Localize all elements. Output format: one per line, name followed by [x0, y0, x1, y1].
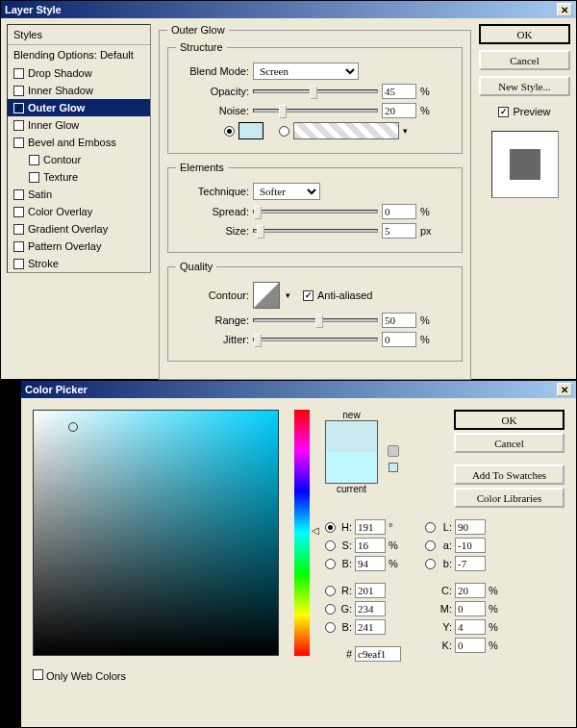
ok-button[interactable]: OK [479, 24, 570, 44]
antialiased-checkbox[interactable] [303, 290, 314, 301]
range-slider[interactable] [253, 318, 378, 322]
checkbox-icon[interactable] [13, 241, 24, 252]
bv-radio[interactable] [325, 559, 336, 569]
spread-slider[interactable] [253, 210, 378, 213]
checkbox-icon[interactable] [13, 120, 24, 131]
style-stroke[interactable]: Stroke [8, 255, 150, 272]
jitter-input[interactable] [382, 332, 416, 347]
checkbox-icon[interactable] [13, 259, 24, 269]
nearest-web-icon[interactable] [389, 463, 398, 472]
checkbox-icon[interactable] [13, 224, 24, 235]
field-cursor-icon[interactable] [68, 422, 78, 432]
preview-label: Preview [513, 106, 550, 117]
slider-thumb-icon[interactable] [279, 105, 287, 118]
blending-options[interactable]: Blending Options: Default [8, 45, 150, 64]
style-pattern-overlay[interactable]: Pattern Overlay [8, 238, 150, 255]
styles-header[interactable]: Styles [8, 25, 150, 45]
style-outer-glow[interactable]: Outer Glow [8, 99, 150, 116]
slider-thumb-icon[interactable] [257, 225, 264, 238]
k-input[interactable] [455, 638, 486, 653]
g-input[interactable] [355, 601, 386, 616]
checkbox-icon[interactable] [13, 138, 24, 148]
slider-thumb-icon[interactable] [254, 334, 262, 347]
size-slider[interactable] [253, 229, 378, 233]
close-icon[interactable]: ✕ [557, 3, 572, 16]
opacity-slider[interactable] [253, 89, 378, 93]
checkbox-icon[interactable] [29, 155, 39, 165]
l-input[interactable] [455, 519, 486, 535]
r-radio[interactable] [325, 586, 336, 596]
style-satin[interactable]: Satin [8, 186, 150, 203]
y-input[interactable] [455, 619, 486, 635]
noise-label: Noise: [176, 105, 249, 116]
chevron-down-icon[interactable]: ▾ [403, 126, 408, 136]
checkbox-icon[interactable] [29, 172, 39, 183]
preview-swatch [510, 149, 540, 180]
h-input[interactable] [355, 519, 386, 535]
bv-input[interactable] [355, 556, 386, 571]
hex-input[interactable] [355, 646, 401, 662]
style-inner-glow[interactable]: Inner Glow [8, 116, 150, 134]
web-colors-checkbox[interactable] [33, 669, 43, 680]
gradient-radio[interactable] [279, 126, 289, 137]
glow-color-swatch[interactable] [238, 122, 263, 139]
spread-input[interactable] [382, 204, 416, 219]
hue-slider[interactable]: ◁ [294, 410, 310, 656]
cancel-button[interactable]: Cancel [479, 50, 570, 70]
checkbox-icon[interactable] [13, 103, 24, 113]
preview-checkbox[interactable] [498, 107, 509, 117]
range-input[interactable] [382, 313, 416, 328]
g-radio[interactable] [325, 604, 336, 615]
hue-pointer-icon[interactable]: ◁ [312, 525, 319, 536]
gradient-picker[interactable] [293, 122, 399, 139]
s-radio[interactable] [325, 540, 336, 551]
jitter-slider[interactable] [253, 338, 378, 341]
slider-thumb-icon[interactable] [315, 314, 323, 328]
gamut-warning-icon[interactable] [388, 445, 399, 457]
noise-slider[interactable] [253, 109, 378, 113]
color-libraries-button[interactable]: Color Libraries [454, 488, 564, 508]
opacity-input[interactable] [382, 84, 416, 99]
b-radio[interactable] [325, 622, 336, 633]
m-input[interactable] [455, 601, 486, 616]
c-input[interactable] [455, 583, 486, 598]
checkbox-icon[interactable] [13, 207, 24, 217]
checkbox-icon[interactable] [13, 86, 24, 96]
size-input[interactable] [382, 223, 416, 238]
style-inner-shadow[interactable]: Inner Shadow [8, 82, 150, 99]
color-radio[interactable] [224, 126, 235, 137]
l-radio[interactable] [425, 522, 436, 533]
lb-input[interactable] [455, 556, 486, 571]
a-radio[interactable] [425, 540, 436, 551]
noise-input[interactable] [382, 103, 416, 118]
a-input[interactable] [455, 538, 486, 553]
new-current-swatch[interactable] [325, 420, 378, 484]
cp-cancel-button[interactable]: Cancel [454, 433, 564, 453]
slider-thumb-icon[interactable] [310, 86, 317, 99]
technique-select[interactable]: Softer [253, 183, 320, 200]
h-radio[interactable] [325, 522, 336, 533]
b-input[interactable] [355, 619, 386, 635]
color-field[interactable] [33, 410, 279, 656]
cp-ok-button[interactable]: OK [454, 410, 564, 430]
slider-thumb-icon[interactable] [254, 206, 262, 219]
add-to-swatches-button[interactable]: Add To Swatches [454, 464, 564, 485]
checkbox-icon[interactable] [13, 189, 24, 200]
lb-radio[interactable] [425, 559, 436, 569]
s-input[interactable] [355, 538, 386, 553]
style-color-overlay[interactable]: Color Overlay [8, 203, 150, 220]
elements-legend: Elements [176, 162, 228, 173]
new-style-button[interactable]: New Style... [479, 76, 570, 96]
styles-list: Styles Blending Options: Default Drop Sh… [7, 24, 151, 273]
style-gradient-overlay[interactable]: Gradient Overlay [8, 220, 150, 238]
contour-picker[interactable] [253, 282, 280, 309]
style-contour[interactable]: Contour [8, 151, 150, 168]
style-bevel-emboss[interactable]: Bevel and Emboss [8, 134, 150, 151]
style-drop-shadow[interactable]: Drop Shadow [8, 64, 150, 82]
r-input[interactable] [355, 583, 386, 598]
checkbox-icon[interactable] [13, 68, 24, 79]
style-texture[interactable]: Texture [8, 168, 150, 186]
close-icon[interactable]: ✕ [557, 383, 572, 396]
preview-box [491, 131, 559, 198]
blend-mode-select[interactable]: Screen [253, 63, 359, 80]
